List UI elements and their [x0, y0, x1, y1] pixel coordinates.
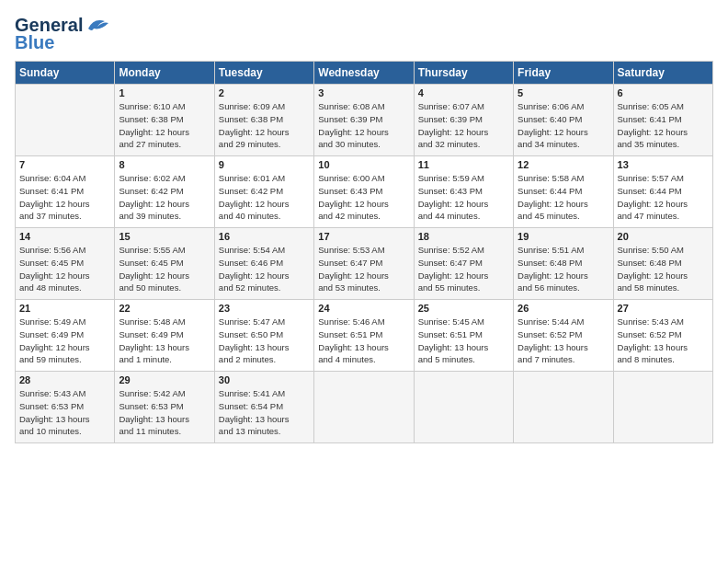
day-header-sunday: Sunday — [16, 62, 115, 85]
cell-info: Sunrise: 6:04 AM Sunset: 6:41 PM Dayligh… — [19, 172, 110, 223]
calendar-cell: 12Sunrise: 5:58 AM Sunset: 6:44 PM Dayli… — [514, 156, 613, 228]
calendar-week-3: 14Sunrise: 5:56 AM Sunset: 6:45 PM Dayli… — [16, 228, 713, 300]
cell-info: Sunrise: 5:41 AM Sunset: 6:54 PM Dayligh… — [219, 387, 310, 438]
day-number: 26 — [518, 303, 609, 314]
cell-info: Sunrise: 6:02 AM Sunset: 6:42 PM Dayligh… — [119, 172, 210, 223]
day-number: 10 — [318, 159, 409, 170]
day-number: 29 — [119, 374, 210, 385]
day-number: 21 — [19, 303, 110, 314]
day-header-friday: Friday — [514, 62, 613, 85]
day-header-saturday: Saturday — [613, 62, 712, 85]
day-number: 23 — [219, 303, 310, 314]
cell-info: Sunrise: 5:50 AM Sunset: 6:48 PM Dayligh… — [618, 244, 709, 294]
calendar-week-5: 28Sunrise: 5:43 AM Sunset: 6:53 PM Dayli… — [16, 372, 713, 443]
cell-info: Sunrise: 5:57 AM Sunset: 6:44 PM Dayligh… — [618, 172, 709, 223]
day-number: 9 — [219, 159, 310, 170]
cell-info: Sunrise: 5:43 AM Sunset: 6:53 PM Dayligh… — [19, 387, 110, 438]
logo-blue-text: Blue — [15, 32, 54, 53]
day-number: 13 — [618, 159, 709, 170]
calendar-week-4: 21Sunrise: 5:49 AM Sunset: 6:49 PM Dayli… — [16, 300, 713, 372]
calendar-cell — [16, 85, 115, 156]
calendar-cell: 23Sunrise: 5:47 AM Sunset: 6:50 PM Dayli… — [214, 300, 313, 372]
cell-info: Sunrise: 5:55 AM Sunset: 6:45 PM Dayligh… — [119, 244, 210, 294]
day-number: 14 — [19, 231, 110, 242]
calendar-cell: 14Sunrise: 5:56 AM Sunset: 6:45 PM Dayli… — [16, 228, 115, 300]
cell-info: Sunrise: 5:54 AM Sunset: 6:46 PM Dayligh… — [219, 244, 310, 294]
calendar-cell: 15Sunrise: 5:55 AM Sunset: 6:45 PM Dayli… — [115, 228, 214, 300]
day-number: 20 — [618, 231, 709, 242]
calendar-cell: 26Sunrise: 5:44 AM Sunset: 6:52 PM Dayli… — [514, 300, 613, 372]
day-number: 24 — [318, 303, 409, 314]
day-number: 19 — [518, 231, 609, 242]
calendar-cell: 1Sunrise: 6:10 AM Sunset: 6:38 PM Daylig… — [115, 85, 214, 156]
cell-info: Sunrise: 6:08 AM Sunset: 6:39 PM Dayligh… — [318, 100, 409, 151]
calendar-week-2: 7Sunrise: 6:04 AM Sunset: 6:41 PM Daylig… — [16, 156, 713, 228]
calendar-cell: 4Sunrise: 6:07 AM Sunset: 6:39 PM Daylig… — [414, 85, 513, 156]
day-number: 1 — [119, 87, 210, 98]
day-number: 8 — [119, 159, 210, 170]
cell-info: Sunrise: 5:53 AM Sunset: 6:47 PM Dayligh… — [318, 244, 409, 294]
day-header-thursday: Thursday — [414, 62, 513, 85]
calendar-cell — [314, 372, 414, 443]
cell-info: Sunrise: 6:06 AM Sunset: 6:40 PM Dayligh… — [518, 100, 609, 151]
page-container: General Blue SundayMondayTuesdayWednesda… — [0, 0, 728, 453]
day-number: 11 — [418, 159, 509, 170]
calendar-cell — [414, 372, 513, 443]
logo-bird-icon — [85, 16, 110, 36]
cell-info: Sunrise: 5:42 AM Sunset: 6:53 PM Dayligh… — [119, 387, 210, 438]
day-number: 12 — [518, 159, 609, 170]
cell-info: Sunrise: 5:52 AM Sunset: 6:47 PM Dayligh… — [418, 244, 509, 294]
calendar-cell: 30Sunrise: 5:41 AM Sunset: 6:54 PM Dayli… — [214, 372, 313, 443]
day-number: 3 — [318, 87, 409, 98]
calendar-cell: 25Sunrise: 5:45 AM Sunset: 6:51 PM Dayli… — [414, 300, 513, 372]
day-header-tuesday: Tuesday — [214, 62, 313, 85]
cell-info: Sunrise: 5:56 AM Sunset: 6:45 PM Dayligh… — [19, 244, 110, 294]
calendar-cell: 16Sunrise: 5:54 AM Sunset: 6:46 PM Dayli… — [214, 228, 313, 300]
cell-info: Sunrise: 5:51 AM Sunset: 6:48 PM Dayligh… — [518, 244, 609, 294]
cell-info: Sunrise: 6:10 AM Sunset: 6:38 PM Dayligh… — [119, 100, 210, 151]
cell-info: Sunrise: 5:45 AM Sunset: 6:51 PM Dayligh… — [418, 316, 509, 366]
day-number: 6 — [618, 87, 709, 98]
calendar-cell: 6Sunrise: 6:05 AM Sunset: 6:41 PM Daylig… — [613, 85, 712, 156]
calendar-cell: 10Sunrise: 6:00 AM Sunset: 6:43 PM Dayli… — [314, 156, 414, 228]
calendar-cell: 7Sunrise: 6:04 AM Sunset: 6:41 PM Daylig… — [16, 156, 115, 228]
calendar-cell: 22Sunrise: 5:48 AM Sunset: 6:49 PM Dayli… — [115, 300, 214, 372]
calendar-cell: 21Sunrise: 5:49 AM Sunset: 6:49 PM Dayli… — [16, 300, 115, 372]
cell-info: Sunrise: 5:58 AM Sunset: 6:44 PM Dayligh… — [518, 172, 609, 223]
calendar-cell: 18Sunrise: 5:52 AM Sunset: 6:47 PM Dayli… — [414, 228, 513, 300]
logo: General Blue — [15, 15, 110, 53]
calendar-cell: 11Sunrise: 5:59 AM Sunset: 6:43 PM Dayli… — [414, 156, 513, 228]
cell-info: Sunrise: 5:49 AM Sunset: 6:49 PM Dayligh… — [19, 316, 110, 366]
day-header-monday: Monday — [115, 62, 214, 85]
day-number: 4 — [418, 87, 509, 98]
day-header-wednesday: Wednesday — [314, 62, 414, 85]
cell-info: Sunrise: 5:47 AM Sunset: 6:50 PM Dayligh… — [219, 316, 310, 366]
calendar-cell — [613, 372, 712, 443]
calendar-cell: 19Sunrise: 5:51 AM Sunset: 6:48 PM Dayli… — [514, 228, 613, 300]
calendar-cell: 27Sunrise: 5:43 AM Sunset: 6:52 PM Dayli… — [613, 300, 712, 372]
cell-info: Sunrise: 6:00 AM Sunset: 6:43 PM Dayligh… — [318, 172, 409, 223]
cell-info: Sunrise: 6:01 AM Sunset: 6:42 PM Dayligh… — [219, 172, 310, 223]
day-number: 16 — [219, 231, 310, 242]
day-number: 15 — [119, 231, 210, 242]
calendar-cell: 8Sunrise: 6:02 AM Sunset: 6:42 PM Daylig… — [115, 156, 214, 228]
cell-info: Sunrise: 6:09 AM Sunset: 6:38 PM Dayligh… — [219, 100, 310, 151]
day-number: 7 — [19, 159, 110, 170]
day-number: 22 — [119, 303, 210, 314]
day-number: 27 — [618, 303, 709, 314]
calendar-cell: 24Sunrise: 5:46 AM Sunset: 6:51 PM Dayli… — [314, 300, 414, 372]
cell-info: Sunrise: 6:05 AM Sunset: 6:41 PM Dayligh… — [618, 100, 709, 151]
day-number: 17 — [318, 231, 409, 242]
calendar-cell: 9Sunrise: 6:01 AM Sunset: 6:42 PM Daylig… — [214, 156, 313, 228]
day-number: 5 — [518, 87, 609, 98]
calendar-cell — [514, 372, 613, 443]
calendar-table: SundayMondayTuesdayWednesdayThursdayFrid… — [15, 61, 713, 443]
cell-info: Sunrise: 5:48 AM Sunset: 6:49 PM Dayligh… — [119, 316, 210, 366]
header: General Blue — [15, 15, 713, 53]
calendar-cell: 2Sunrise: 6:09 AM Sunset: 6:38 PM Daylig… — [214, 85, 313, 156]
cell-info: Sunrise: 5:46 AM Sunset: 6:51 PM Dayligh… — [318, 316, 409, 366]
calendar-header-row: SundayMondayTuesdayWednesdayThursdayFrid… — [16, 62, 713, 85]
calendar-cell: 29Sunrise: 5:42 AM Sunset: 6:53 PM Dayli… — [115, 372, 214, 443]
calendar-week-1: 1Sunrise: 6:10 AM Sunset: 6:38 PM Daylig… — [16, 85, 713, 156]
calendar-cell: 3Sunrise: 6:08 AM Sunset: 6:39 PM Daylig… — [314, 85, 414, 156]
